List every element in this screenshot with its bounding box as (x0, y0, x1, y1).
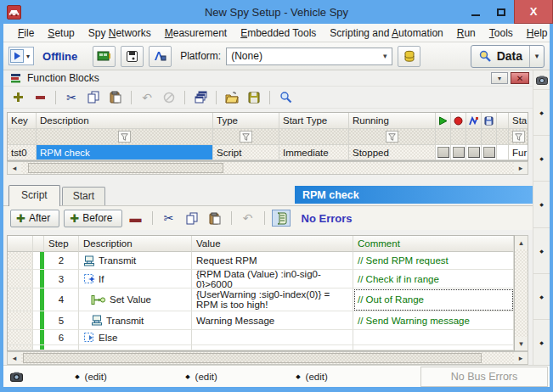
database-button[interactable] (398, 46, 420, 67)
function-block-row[interactable]: tst0RPM checkScriptImmediateStoppedFur (8, 145, 528, 160)
menu-item-measurement[interactable]: Measurement (159, 25, 233, 41)
menu-item-run[interactable]: Run (451, 25, 482, 41)
graph-column-header[interactable] (466, 113, 482, 129)
fb-row-action-button[interactable] (483, 147, 495, 158)
filter-funnel-icon[interactable] (512, 131, 525, 143)
step-comment[interactable]: // Check if in range (353, 270, 514, 288)
fb-column-header[interactable]: Key (8, 113, 37, 129)
remove-step-button[interactable]: ▬ (127, 211, 145, 225)
step-value[interactable]: Warning Message (192, 311, 353, 330)
dock-handle[interactable]: ◆ (533, 273, 550, 319)
capture-button[interactable] (536, 70, 548, 89)
menu-item-help[interactable]: Help (521, 25, 553, 41)
panel-collapse-button[interactable]: ▾ (491, 72, 508, 84)
script-column-header[interactable]: Comment (353, 236, 514, 252)
filter-funnel-icon[interactable] (240, 131, 252, 143)
status-edit-1[interactable]: ◆(edit) (36, 372, 146, 382)
fb-column-header-truncated[interactable]: Sta (509, 113, 528, 129)
scroll-up-icon[interactable]: ▴ (515, 236, 528, 249)
fb-type-cell[interactable]: Script (213, 145, 279, 160)
fb-extra-cell[interactable]: Fur (509, 145, 528, 160)
fb-running-cell[interactable]: Stopped (349, 145, 436, 160)
menu-item-embedded-tools[interactable]: Embedded Tools (234, 25, 322, 41)
step-comment[interactable] (353, 330, 514, 345)
step-description[interactable]: Else (79, 330, 192, 345)
add-after-button[interactable]: ✚After (10, 210, 59, 227)
scrollbar-thumb[interactable] (28, 163, 223, 173)
data-dropdown-icon[interactable]: ▾ (529, 46, 544, 67)
panel-splitter[interactable] (3, 175, 533, 184)
panel-close-button[interactable]: ✕ (511, 72, 529, 84)
dock-handle[interactable]: ◆ (533, 89, 550, 135)
open-button[interactable] (223, 89, 241, 106)
script-step-row[interactable]: 2TransmitRequest RPM// Send RPM request (8, 252, 514, 270)
menu-item-scripting-and-automation[interactable]: Scripting and Automation (324, 25, 449, 41)
step-comment[interactable]: // Send RPM request (353, 252, 514, 270)
step-description[interactable]: If (79, 270, 192, 288)
fb-column-header[interactable]: Start Type (279, 113, 349, 129)
save-setup-button[interactable] (121, 46, 144, 67)
dock-handle[interactable]: ◆ (533, 319, 550, 365)
maximize-button[interactable] (488, 0, 514, 24)
remove-block-button[interactable] (31, 89, 49, 106)
undo-button[interactable]: ↶ (138, 89, 156, 106)
stop-all-column-header[interactable] (451, 113, 466, 129)
save-button[interactable] (245, 89, 263, 106)
row-header[interactable] (8, 330, 33, 345)
fb-row-action-button[interactable] (437, 147, 449, 158)
step-value[interactable]: {RPM Data (Value) :in0-sig0-0}>6000 (192, 270, 353, 288)
undo-step-button[interactable]: ↶ (239, 210, 257, 227)
step-description[interactable]: Transmit (79, 311, 192, 330)
filter-funnel-icon[interactable] (118, 131, 131, 143)
script-column-header[interactable]: Value (192, 236, 353, 252)
step-description[interactable]: Transmit (79, 252, 192, 270)
minimize-button[interactable] (463, 0, 488, 24)
fb-column-header[interactable]: Type (213, 113, 279, 129)
search-button[interactable] (276, 89, 295, 106)
script-step-row-clipped[interactable] (8, 345, 514, 350)
scroll-down-icon[interactable]: ▾ (515, 337, 528, 350)
step-comment[interactable]: // Out of Range (353, 288, 514, 311)
dock-handle[interactable]: ◆ (533, 227, 550, 273)
copy-button[interactable] (84, 89, 103, 106)
script-column-header[interactable]: Description (79, 236, 192, 252)
script-step-row[interactable]: 5TransmitWarning Message// Send Warning … (8, 311, 514, 330)
fb-row-action-button[interactable] (453, 147, 465, 158)
step-value[interactable]: {UserWarning :sig0-index(0)} = RPM is to… (192, 288, 353, 311)
row-header[interactable] (8, 252, 33, 270)
menu-item-spy-networks[interactable]: Spy Networks (82, 25, 157, 41)
step-description[interactable]: Set Value (79, 288, 192, 311)
cut-button[interactable]: ✂ (62, 89, 81, 106)
platform-setup-button[interactable] (149, 46, 172, 67)
filter-funnel-icon[interactable] (386, 131, 398, 143)
script-step-row[interactable]: 6Else (8, 330, 514, 345)
script-step-row[interactable]: 4Set Value{UserWarning :sig0-index(0)} =… (8, 288, 514, 311)
status-edit-2[interactable]: ◆(edit) (146, 372, 257, 382)
fb-row-action-button[interactable] (468, 147, 480, 158)
menu-item-file[interactable]: File (12, 25, 40, 41)
step-value[interactable]: Request RPM (192, 252, 353, 270)
scroll-left-icon[interactable]: ◂ (8, 354, 21, 362)
step-value[interactable] (192, 330, 353, 345)
scroll-right-icon[interactable]: ▸ (514, 354, 528, 362)
paste-step-button[interactable] (206, 210, 224, 227)
scroll-left-icon[interactable]: ◂ (8, 164, 21, 172)
scroll-right-icon[interactable]: ▸ (514, 164, 528, 172)
fb-column-header[interactable]: Running (349, 113, 436, 129)
scrollbar-thumb[interactable] (23, 353, 482, 363)
script-vscrollbar[interactable]: ▴ ▾ (515, 235, 528, 351)
run-offline-button[interactable]: ▾ (8, 47, 34, 65)
fb-key-cell[interactable]: tst0 (8, 145, 37, 160)
status-edit-3[interactable]: ◆(edit) (257, 372, 367, 382)
cut-step-button[interactable]: ✂ (160, 210, 178, 227)
cancel-button[interactable] (160, 89, 178, 106)
platform-select[interactable]: (None) ▾ (226, 48, 392, 65)
fb-column-header[interactable]: Description (37, 113, 213, 129)
dock-handle[interactable]: ◆ (533, 181, 550, 227)
script-view-toggle-button[interactable] (272, 210, 291, 227)
script-column-header[interactable]: Step (44, 236, 79, 252)
dock-handle[interactable]: ◆ (533, 135, 550, 181)
row-header[interactable] (8, 311, 33, 330)
status-capture-button[interactable] (10, 372, 36, 382)
tab-start[interactable]: Start (62, 187, 105, 205)
